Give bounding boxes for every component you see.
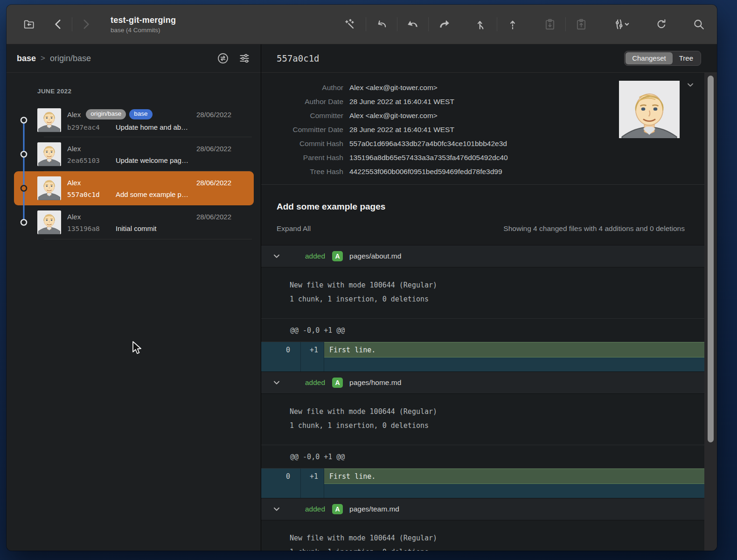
file-section: added A pages/home.md New file with mode…: [261, 371, 717, 498]
toolbar-separator: [72, 17, 72, 31]
hunk-header: @@ -0,0 +1 @@: [261, 319, 717, 342]
commit-row[interactable]: Alex 28/06/2022 135196a8 Initial commit: [14, 205, 254, 239]
breadcrumb-branch[interactable]: base: [17, 54, 36, 63]
commit-message-title: Add some example pages: [277, 202, 702, 212]
tab-changeset[interactable]: Changeset: [626, 52, 673, 64]
commit-date: 28/06/2022: [196, 213, 231, 221]
meta-value: Alex <alex@git-tower.com>: [349, 109, 438, 123]
history-filter-button[interactable]: [238, 52, 250, 64]
author-avatar: [619, 81, 680, 138]
meta-label: Commit Hash: [261, 137, 343, 151]
toolbar-separator: [565, 17, 566, 31]
rebase-dashed-arrow-icon: [507, 18, 519, 30]
refresh-button[interactable]: [655, 18, 667, 30]
quick-actions-button[interactable]: [344, 18, 356, 30]
commit-date: 28/06/2022: [196, 179, 231, 187]
push-arrow-icon: [438, 18, 450, 30]
search-button[interactable]: [693, 18, 705, 30]
chevron-right-icon: [80, 18, 92, 30]
history-sidebar: base > origin/base: [7, 44, 261, 551]
branch-badge-local[interactable]: base: [129, 109, 152, 119]
meta-value: 4422553f060b006f0951bed59469fedd78fe3d99: [349, 165, 502, 179]
changeset-summary: Showing 4 changed files with 4 additions…: [503, 224, 702, 233]
undo-button[interactable]: [375, 18, 388, 30]
branch-badge-remote[interactable]: origin/base: [86, 109, 126, 119]
pull-arrow-icon: [407, 18, 419, 30]
tab-tree[interactable]: Tree: [673, 52, 700, 64]
diff-line-added[interactable]: 0 +1 First line.: [261, 469, 717, 484]
hunk-header: @@ -0,0 +1 @@: [261, 445, 717, 469]
commit-row-selected[interactable]: Alex 28/06/2022 557a0c1d Add some exampl…: [14, 171, 254, 205]
file-mode-line: New file with mode 100644 (Regular): [290, 405, 717, 419]
file-header[interactable]: added A pages/about.md: [261, 245, 717, 267]
file-meta: New file with mode 100644 (Regular) 1 ch…: [261, 267, 717, 319]
commit-avatar: [37, 176, 61, 200]
workflow-sliders-icon: [612, 18, 630, 30]
compare-button[interactable]: [217, 52, 229, 64]
chevron-down-icon[interactable]: [272, 378, 281, 387]
scrollbar-track[interactable]: [704, 73, 717, 551]
month-section-label: JUNE 2022: [37, 88, 71, 95]
pull-button[interactable]: [407, 18, 419, 30]
scrollbar-thumb[interactable]: [708, 76, 714, 442]
forward-button[interactable]: [80, 18, 92, 30]
file-stats-line: 1 chunk, 1 insertion, 0 deletions: [290, 419, 717, 433]
filter-sliders-icon: [238, 52, 250, 64]
stash-save-button[interactable]: [544, 18, 556, 30]
rebase-button[interactable]: [507, 18, 519, 30]
file-status-badge: A: [332, 378, 343, 388]
merge-button[interactable]: [475, 18, 487, 30]
commit-row[interactable]: Alex origin/base base 28/06/2022 b297eac…: [14, 103, 254, 137]
diff-table: 0 +1 First line.: [261, 469, 717, 498]
meta-label: Committer Date: [261, 123, 343, 137]
commit-meta: AuthorAlex <alex@git-tower.com> Author D…: [261, 73, 717, 185]
commit-avatar: [37, 210, 61, 234]
commit-row[interactable]: Alex 28/06/2022 2ea65103 Update welcome …: [14, 137, 254, 171]
window-title: test-git-merging: [111, 15, 176, 25]
commit-avatar: [37, 142, 61, 166]
commit-message: Add some example p…: [116, 190, 188, 198]
meta-label: Author Date: [261, 95, 343, 109]
diff-filler-row: [261, 357, 717, 371]
detail-commit-hash: 557a0c1d: [277, 53, 320, 63]
meta-label: Author: [261, 81, 343, 95]
app-window: test-git-merging base (4 Commits): [7, 5, 717, 551]
commit-message-block: Add some example pages Expand All Showin…: [261, 185, 717, 245]
compare-swap-icon: [217, 52, 229, 64]
commit-date: 28/06/2022: [196, 145, 231, 153]
expand-all-link[interactable]: Expand All: [277, 224, 311, 233]
toolbar-separator: [366, 17, 366, 31]
stash-apply-button[interactable]: [575, 18, 587, 30]
file-header[interactable]: added A pages/home.md: [261, 372, 717, 394]
push-button[interactable]: [438, 18, 450, 30]
collapse-meta-chevron-icon[interactable]: [686, 81, 695, 89]
old-line-number: 0: [261, 342, 301, 357]
file-status-badge: A: [332, 251, 343, 261]
file-path: pages/home.md: [349, 378, 401, 387]
new-line-number: +1: [301, 342, 324, 357]
file-status: added: [305, 252, 325, 260]
diff-table: 0 +1 First line.: [261, 342, 717, 371]
chevron-down-icon[interactable]: [272, 505, 281, 513]
back-button[interactable]: [52, 18, 64, 30]
meta-label: Parent Hash: [261, 151, 343, 165]
commit-author: Alex: [67, 145, 81, 153]
diff-filler-row: [261, 484, 717, 498]
file-mode-line: New file with mode 100644 (Regular): [290, 531, 717, 545]
commit-hash: b297eac4: [67, 124, 116, 131]
file-meta: New file with mode 100644 (Regular) 1 ch…: [261, 394, 717, 445]
file-mode-line: New file with mode 100644 (Regular): [290, 278, 717, 292]
chevron-down-icon[interactable]: [272, 252, 281, 260]
meta-value: Alex <alex@git-tower.com>: [349, 81, 438, 95]
file-section: added A pages/team.md New file with mode…: [261, 498, 717, 551]
file-header[interactable]: added A pages/team.md: [261, 498, 717, 520]
breadcrumb-remote[interactable]: origin/base: [50, 54, 91, 63]
magic-wand-icon: [344, 18, 356, 30]
commit-avatar: [37, 108, 61, 132]
workflow-dropdown-button[interactable]: [612, 18, 630, 30]
file-section: added A pages/about.md New file with mod…: [261, 245, 717, 371]
commit-message: Initial commit: [116, 224, 157, 232]
open-repository-button[interactable]: [19, 15, 40, 33]
diff-line-added[interactable]: 0 +1 First line.: [261, 342, 717, 357]
diff-line-text: First line.: [324, 342, 717, 357]
